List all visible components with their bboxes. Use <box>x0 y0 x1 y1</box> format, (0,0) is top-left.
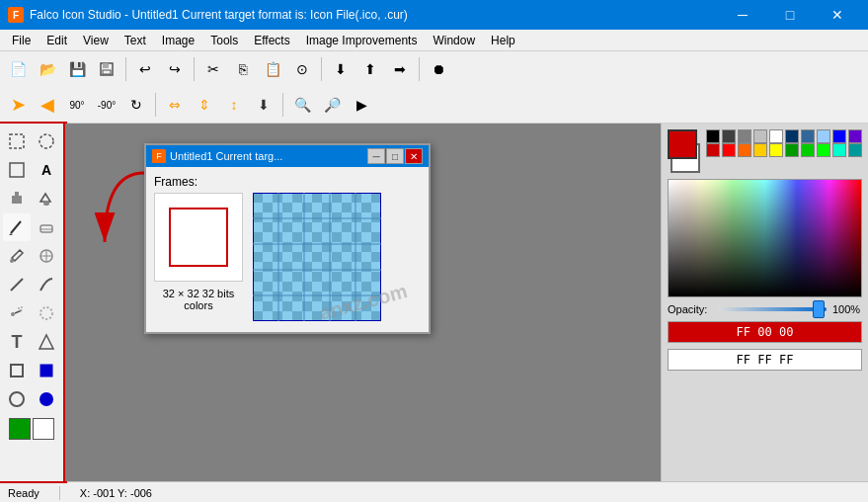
undo-button[interactable]: ↩ <box>131 55 159 83</box>
redo-button[interactable]: ↪ <box>161 55 189 83</box>
opacity-thumb[interactable] <box>813 300 825 318</box>
toolbar-sep-5 <box>155 93 156 117</box>
swatch-red[interactable] <box>722 143 736 157</box>
minimize-button[interactable]: ─ <box>720 0 765 30</box>
line-tool[interactable] <box>3 271 31 298</box>
eyedropper-tool[interactable] <box>3 242 31 270</box>
swatch-darkred[interactable] <box>706 143 720 157</box>
child-minimize-button[interactable]: ─ <box>367 148 385 164</box>
pencil-tool[interactable] <box>3 213 31 241</box>
record-button[interactable]: ⏺ <box>425 55 452 83</box>
child-close-button[interactable]: ✕ <box>405 148 423 164</box>
rect-outline-tool[interactable] <box>3 357 31 384</box>
swatch-gray[interactable] <box>738 129 751 143</box>
select-rect-tool[interactable] <box>3 127 31 155</box>
save-as-button[interactable] <box>93 55 120 83</box>
ellipse-outline-tool[interactable] <box>3 385 31 413</box>
arrow-left-button[interactable]: ◀ <box>34 91 61 119</box>
menu-view[interactable]: View <box>75 30 117 51</box>
child-app-icon: F <box>152 149 166 163</box>
text-big-tool[interactable]: T <box>3 328 31 356</box>
rect-fill-tool[interactable] <box>33 357 60 384</box>
swatch-orange[interactable] <box>738 143 751 157</box>
maximize-button[interactable]: □ <box>767 0 813 30</box>
close-button[interactable]: ✕ <box>815 0 860 30</box>
menu-text[interactable]: Text <box>117 30 154 51</box>
swatch-lightgreen[interactable] <box>817 143 830 157</box>
menu-tools[interactable]: Tools <box>202 30 246 51</box>
color-swatch-green[interactable] <box>9 418 31 440</box>
paint-bucket-tool[interactable] <box>33 185 60 212</box>
fg-color-box[interactable] <box>668 129 697 159</box>
stamp-tool[interactable] <box>3 185 31 212</box>
color-swatch-white[interactable] <box>33 418 54 440</box>
circle-button[interactable]: ⊙ <box>288 55 316 83</box>
new-button[interactable]: 📄 <box>4 55 32 83</box>
airbrush-tool[interactable] <box>3 299 31 327</box>
toolbar-sep-3 <box>321 57 322 81</box>
swatch-blue2[interactable] <box>832 129 846 143</box>
menu-edit[interactable]: Edit <box>39 30 75 51</box>
arrow-right-button[interactable]: ➤ <box>4 91 32 119</box>
menu-image-improvements[interactable]: Image Improvements <box>298 30 426 51</box>
swatch-darkgray[interactable] <box>722 129 736 143</box>
icon-canvas-area[interactable] <box>253 193 381 324</box>
swatch-lightgray[interactable] <box>753 129 767 143</box>
blur-tool[interactable] <box>33 299 60 327</box>
eraser-tool[interactable] <box>33 213 60 241</box>
move-down-button[interactable]: ⬇ <box>327 55 355 83</box>
copy-button[interactable]: ⎘ <box>229 55 257 83</box>
clone-tool[interactable] <box>33 242 60 270</box>
shape-tool[interactable] <box>33 328 60 356</box>
swatch-teal[interactable] <box>832 143 846 157</box>
flip-v-button[interactable]: ⇕ <box>191 91 218 119</box>
menu-window[interactable]: Window <box>425 30 483 51</box>
paste-button[interactable]: 📋 <box>259 55 286 83</box>
swatch-green[interactable] <box>801 143 815 157</box>
swatch-darkblue[interactable] <box>785 129 799 143</box>
canvas-area[interactable]: F Untitled1 Current targ... ─ □ ✕ Frames… <box>65 124 661 481</box>
child-maximize-button[interactable]: □ <box>386 148 404 164</box>
zoom-out-button[interactable]: 🔎 <box>318 91 346 119</box>
svg-point-21 <box>20 309 22 311</box>
swatch-lightblue[interactable] <box>817 129 830 143</box>
menu-image[interactable]: Image <box>154 30 202 51</box>
swatch-yellow[interactable] <box>769 143 783 157</box>
save-button[interactable]: 💾 <box>63 55 91 83</box>
hex-fg-input[interactable]: FF 00 00 <box>668 321 862 343</box>
move-right-button[interactable]: ➡ <box>386 55 414 83</box>
icon-canvas-svg <box>253 193 381 321</box>
color-gradient[interactable] <box>668 179 862 297</box>
menu-help[interactable]: Help <box>483 30 523 51</box>
swatch-darkteal[interactable] <box>848 143 862 157</box>
play-button[interactable]: ▶ <box>348 91 375 119</box>
title-bar: F Falco Icon Studio - Untitled1 Current … <box>0 0 868 30</box>
lasso-tool[interactable] <box>3 156 31 184</box>
swatch-yellow-orange[interactable] <box>753 143 767 157</box>
move-up-button[interactable]: ⬆ <box>356 55 384 83</box>
curve-tool[interactable] <box>33 271 60 298</box>
rotate-90-button[interactable]: 90° <box>63 91 91 119</box>
swatch-blue[interactable] <box>801 129 815 143</box>
flip-arrow-button[interactable]: ⬇ <box>250 91 277 119</box>
swatch-white[interactable] <box>769 129 783 143</box>
swatch-purple[interactable] <box>848 129 862 143</box>
flip-d-button[interactable]: ↕ <box>220 91 248 119</box>
zoom-in-button[interactable]: 🔍 <box>288 91 316 119</box>
rotate-ccw-button[interactable]: -90° <box>93 91 120 119</box>
frame-preview[interactable] <box>154 193 243 282</box>
open-button[interactable]: 📂 <box>34 55 61 83</box>
svg-rect-25 <box>40 365 52 376</box>
cut-button[interactable]: ✂ <box>199 55 227 83</box>
swatch-darkgreen[interactable] <box>785 143 799 157</box>
flip-h-button[interactable]: ⇔ <box>161 91 189 119</box>
hex-bg-input[interactable]: FF FF FF <box>668 349 862 371</box>
menu-effects[interactable]: Effects <box>246 30 297 51</box>
swatch-black[interactable] <box>706 129 720 143</box>
rotate-custom-button[interactable]: ↻ <box>122 91 150 119</box>
menu-file[interactable]: File <box>4 30 39 51</box>
opacity-slider[interactable] <box>718 307 827 311</box>
text-tool[interactable]: A <box>33 156 60 184</box>
ellipse-fill-tool[interactable] <box>33 385 60 413</box>
select-ellipse-tool[interactable] <box>33 127 60 155</box>
